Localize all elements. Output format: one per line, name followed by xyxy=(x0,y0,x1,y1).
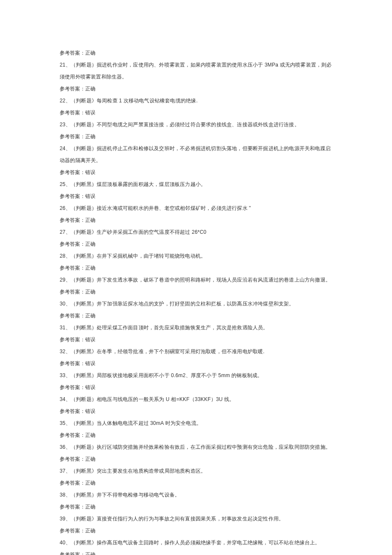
question-line: 35、（判断黑）当人体触电电流不超过 30mA 时为安全电流。 xyxy=(60,417,332,429)
question-number: 30 xyxy=(60,301,66,307)
answer-line: 参考答案：正确 xyxy=(60,525,332,537)
answer-line: 参考答案：正确 xyxy=(60,453,332,465)
question-text: 、（判断题）不同型电缆之间严禁直接连接，必须经过符合要求的接线盒、连接器或外线盒… xyxy=(66,122,300,128)
question-text: 、（判断题）执行区域防突措施并经效果检验有效后，在工作面采掘过程中预测有突出危险… xyxy=(66,444,331,450)
question-line: 29、（判断题）井下发生透水事故，破坏了巷道中的照明和路标时，现场人员应沿若有风… xyxy=(60,274,332,286)
question-line: 30、（判断黑）井下加强靠近探水地点的支护，打好坚固的立柱和拦板，以防高压水冲垮… xyxy=(60,298,332,310)
question-line: 23、（判断题）不同型电缆之间严禁直接连接，必须经过符合要求的接线盒、连接器或外… xyxy=(60,119,332,131)
question-number: 34 xyxy=(60,396,66,402)
answer-line: 参考答案：错误 xyxy=(60,190,332,202)
question-line: 22、（判断题》每周检查 1 次移动电气设钻橡套电缆的绝缘. xyxy=(60,95,332,107)
question-text: 、（判断黑）井下不得带电检修与移动电气设备。 xyxy=(66,492,180,498)
answer-line: 参考答案：正确 xyxy=(60,549,332,555)
answer-line: 参考答案：错误 xyxy=(60,334,332,346)
answer-line: 参考答案：正确 xyxy=(60,310,332,322)
question-text: 、（判断黑）井下加强靠近探水地点的支护，打好坚固的立柱和拦板，以防高压水冲垮煤壁… xyxy=(66,301,294,307)
question-number: 25 xyxy=(60,181,66,187)
answer-line: 参考答案：错误 xyxy=(60,357,332,369)
answer-line: 参考答案：错误 xyxy=(60,107,332,119)
question-text: 、（判断黑）处理采煤工作面目顶时，首先应采取措施恢复生产，其次是抢救遇险人员。 xyxy=(66,325,268,331)
answer-line: 参考答案：正确 xyxy=(60,262,332,274)
question-text: 、（判断题）井下发生透水事故，破坏了巷道中的照明和路标时，现场人员应沿若有风流通… xyxy=(66,277,331,283)
question-line: 32、（判断黑》在冬季，经领导批准，井下个别硐室可采用灯泡取暖，但不准用电炉取暖… xyxy=(60,346,332,357)
question-number: 31 xyxy=(60,325,66,331)
question-number: 29 xyxy=(60,277,66,283)
answer-line: 参考答案：错误 xyxy=(60,166,332,178)
document-page: 参考答案：正确21、（判断题）掘进机作业时，应使用内、外喷雾装置，如果内喷雾装置… xyxy=(0,0,392,555)
question-line: 26、（判断题）接近水淹或可能积水的井巷、老空或相邻煤矿时，必须先进行探水 " xyxy=(60,202,332,214)
question-line: 28、（判断黑）在井下采掘机械中，由于堵转可能烧毁电动机。 xyxy=(60,250,332,262)
answer-line: 参考答案：正确 xyxy=(60,83,332,95)
question-number: 33 xyxy=(60,372,66,378)
question-number: 32 xyxy=(60,349,66,355)
answer-line: 参考答案：正确 xyxy=(60,47,332,59)
question-line: 38、（判断黑）井下不得带电检修与移动电气设备。 xyxy=(60,489,332,501)
answer-line: 参考答案：正确 xyxy=(60,131,332,142)
question-number: 27 xyxy=(60,229,66,235)
question-number: 24 xyxy=(60,145,66,151)
question-number: 39 xyxy=(60,516,66,522)
question-number: 40 xyxy=(60,540,66,546)
question-line: 27、（判断题》生产砂并采掘工作面的空气温度不得超过 26*C0 xyxy=(60,226,332,238)
question-text: 、（判断黑》在冬季，经领导批准，井下个别硐室可采用灯泡取暖，但不准用电炉取暖. xyxy=(66,349,265,355)
question-number: 21 xyxy=(60,62,66,68)
question-number: 35 xyxy=(60,420,66,426)
question-number: 28 xyxy=(60,253,66,259)
answer-line: 参考答案：正确 xyxy=(60,477,332,489)
answer-line: 参考答案：正确 xyxy=(60,501,332,513)
question-line: 36、（判断题）执行区域防突措施并经效果检验有效后，在工作面采掘过程中预测有突出… xyxy=(60,441,332,453)
question-text: 、（判断黑）在井下采掘机械中，由于堵转可能烧毁电动机。 xyxy=(66,253,206,259)
answer-line: 参考答案：错误 xyxy=(60,405,332,417)
question-text: 、（判断黑）煤层顶板暴露的面积越大，煤层顶板压力越小。 xyxy=(66,181,206,187)
question-number: 23 xyxy=(60,122,66,128)
answer-line: 参考答案：正确 xyxy=(60,214,332,226)
question-line: 39、（判断题》直接资任指行为人的行为与事故之间有直接因果关系，对事故发生起决定… xyxy=(60,513,332,525)
question-number: 36 xyxy=(60,444,66,450)
question-line: 37、（判断黑》突出主要发生在地质构造带或局部地质构造区。 xyxy=(60,465,332,477)
question-text: 、（判断黑》操作高压电气设备主回路时，操作人员必须戴绝缘手套，并穿电工绝缘靴，可… xyxy=(66,540,320,546)
question-line: 25、（判断黑）煤层顶板暴露的面积越大，煤层顶板压力越小。 xyxy=(60,178,332,190)
question-line: 33、（判断黑）局部板状接地极采用面积不小于 0.6m2、厚度不小于 5mm 的… xyxy=(60,369,332,381)
question-number: 22 xyxy=(60,98,66,104)
question-line: 21、（判断题）掘进机作业时，应使用内、外喷雾装置，如果内喷雾装置的使用水压小于… xyxy=(60,59,332,83)
question-line: 34、（判断题）相电压与线电压的一般关系为 U 相=KKF（33KKF）3U 线… xyxy=(60,393,332,405)
question-number: 38 xyxy=(60,492,66,498)
question-line: 40、（判断黑》操作高压电气设备主回路时，操作人员必须戴绝缘手套，并穿电工绝缘靴… xyxy=(60,537,332,549)
answer-line: 参考答案：错误 xyxy=(60,381,332,393)
question-text: 、（判断黑》突出主要发生在地质构造带或局部地质构造区。 xyxy=(66,468,206,474)
question-text: 、（判断题）相电压与线电压的一般关系为 U 相=KKF（33KKF）3U 线。 xyxy=(66,396,235,402)
question-text: 、（判断题）接近水淹或可能积水的井巷、老空或相邻煤矿时，必须先进行探水 " xyxy=(66,205,251,211)
question-text: 、（判断题》直接资任指行为人的行为与事故之间有直接因果关系，对事故发生起决定性作… xyxy=(66,516,284,522)
question-text: 、（判断黑）当人体触电电流不超过 30mA 时为安全电流。 xyxy=(66,420,202,426)
question-line: 24、（判断题）掘进机停止工作和检修以及交班时，不必将掘进机切割头落地，但要断开… xyxy=(60,142,332,166)
answer-line: 参考答案：正确 xyxy=(60,238,332,250)
question-text: 、（判断黑）局部板状接地极采用面积不小于 0.6m2、厚度不小于 5mm 的钢板… xyxy=(66,372,263,378)
answer-line: 参考答案：正确 xyxy=(60,429,332,441)
question-text: 、（判断题》生产砂并采掘工作面的空气温度不得超过 26*C0 xyxy=(66,229,207,235)
question-number: 26 xyxy=(60,205,66,211)
question-text: 、（判断题）掘进机停止工作和检修以及交班时，不必将掘进机切割头落地，但要断开掘进… xyxy=(60,145,331,163)
answer-line: 参考答案：正确 xyxy=(60,286,332,298)
question-number: 37 xyxy=(60,468,66,474)
question-text: 、（判断题》每周检查 1 次移动电气设钻橡套电缆的绝缘. xyxy=(66,98,198,104)
question-line: 31、（判断黑）处理采煤工作面目顶时，首先应采取措施恢复生产，其次是抢救遇险人员… xyxy=(60,322,332,334)
question-text: 、（判断题）掘进机作业时，应使用内、外喷雾装置，如果内喷雾装置的使用水压小于 3… xyxy=(60,62,332,80)
